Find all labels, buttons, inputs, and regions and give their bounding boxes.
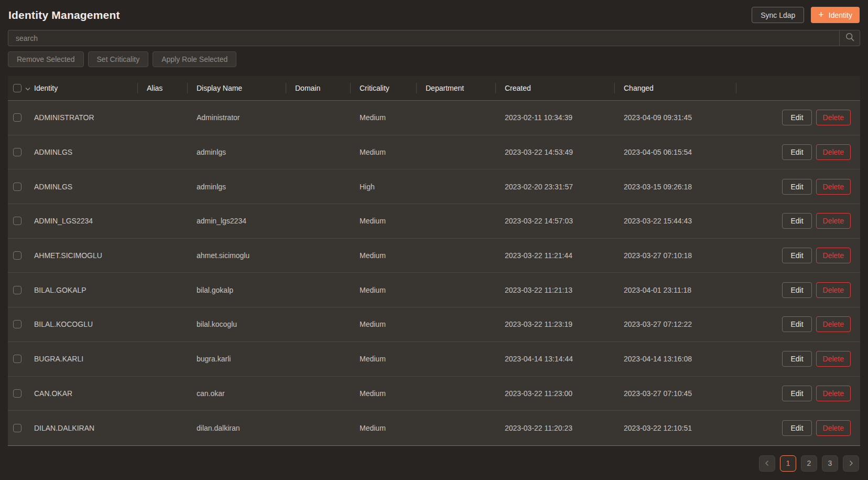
cell-created: 2023-02-20 23:31:57	[495, 183, 614, 191]
edit-button[interactable]: Edit	[782, 110, 811, 125]
cell-criticality: Medium	[350, 251, 416, 260]
table-row: ADMIN_LGS2234 admin_lgs2234 Medium 2023-…	[8, 204, 860, 239]
cell-actions: Edit Delete	[736, 420, 860, 436]
page-button-1[interactable]: 1	[780, 455, 796, 472]
table-body: ADMINISTRATOR Administrator Medium 2023-…	[8, 101, 860, 445]
table-header-row: Identity Alias Display Name Domain Criti…	[8, 76, 860, 101]
edit-button[interactable]: Edit	[782, 282, 811, 298]
cell-identity: ADMIN_LGS2234	[34, 217, 137, 225]
page-button-3[interactable]: 3	[822, 455, 838, 472]
cell-created: 2023-02-11 10:34:39	[495, 113, 614, 122]
edit-button[interactable]: Edit	[782, 386, 811, 401]
column-header-display-name: Display Name	[187, 76, 286, 100]
row-checkbox[interactable]	[13, 320, 21, 328]
row-checkbox[interactable]	[13, 286, 21, 294]
page-button-2[interactable]: 2	[801, 455, 817, 472]
table-row: DILAN.DALKIRAN dilan.dalkiran Medium 202…	[8, 411, 860, 445]
cell-actions: Edit Delete	[736, 316, 860, 332]
previous-page-button[interactable]	[759, 455, 775, 472]
cell-created: 2023-04-14 13:14:44	[495, 355, 614, 363]
cell-created: 2023-03-22 14:53:49	[495, 148, 614, 156]
cell-created: 2023-03-22 11:21:44	[495, 251, 614, 260]
pagination: 1 2 3	[9, 455, 859, 472]
cell-changed: 2023-03-27 07:10:18	[614, 251, 736, 260]
sync-ldap-button[interactable]: Sync Ldap	[752, 7, 804, 23]
apply-role-selected-button[interactable]: Apply Role Selected	[153, 51, 236, 67]
cell-created: 2023-03-22 11:21:13	[495, 286, 614, 294]
search-bar	[8, 30, 860, 46]
row-checkbox[interactable]	[13, 355, 21, 363]
row-checkbox[interactable]	[13, 113, 21, 122]
cell-changed: 2023-03-22 12:10:51	[614, 424, 736, 432]
chevron-down-icon[interactable]	[25, 84, 30, 92]
cell-changed: 2023-03-15 09:26:18	[614, 183, 736, 191]
edit-button[interactable]: Edit	[782, 420, 811, 436]
table-row: AHMET.SICIMOGLU ahmet.sicimoglu Medium 2…	[8, 239, 860, 273]
row-checkbox[interactable]	[13, 183, 21, 191]
row-checkbox-cell	[8, 320, 34, 328]
cell-created: 2023-03-22 11:23:19	[495, 320, 614, 328]
cell-actions: Edit Delete	[736, 282, 860, 298]
edit-button[interactable]: Edit	[782, 316, 811, 332]
cell-criticality: Medium	[350, 148, 416, 156]
search-submit[interactable]	[839, 30, 860, 46]
cell-actions: Edit Delete	[736, 144, 860, 160]
table-row: ADMINLGS adminlgs Medium 2023-03-22 14:5…	[8, 135, 860, 170]
cell-actions: Edit Delete	[736, 386, 860, 401]
edit-button[interactable]: Edit	[782, 248, 811, 263]
select-all-checkbox[interactable]	[13, 84, 21, 92]
delete-button[interactable]: Delete	[816, 282, 851, 298]
row-checkbox[interactable]	[13, 424, 21, 432]
cell-created: 2023-03-22 11:23:00	[495, 389, 614, 398]
cell-display-name: bilal.gokalp	[187, 286, 286, 294]
row-checkbox-cell	[8, 217, 34, 225]
row-checkbox[interactable]	[13, 389, 21, 398]
edit-button[interactable]: Edit	[782, 144, 811, 160]
search-input[interactable]	[8, 30, 860, 46]
cell-criticality: Medium	[350, 217, 416, 225]
delete-button[interactable]: Delete	[816, 316, 851, 332]
row-checkbox[interactable]	[13, 251, 21, 260]
cell-actions: Edit Delete	[736, 248, 860, 263]
delete-button[interactable]: Delete	[816, 420, 851, 436]
select-all-cell	[8, 76, 34, 100]
cell-created: 2023-03-22 14:57:03	[495, 217, 614, 225]
row-checkbox[interactable]	[13, 217, 21, 225]
cell-display-name: bugra.karli	[187, 355, 286, 363]
edit-button[interactable]: Edit	[782, 179, 811, 195]
cell-changed: 2023-03-22 15:44:43	[614, 217, 736, 225]
edit-button[interactable]: Edit	[782, 213, 811, 229]
row-checkbox-cell	[8, 355, 34, 363]
search-icon	[845, 33, 854, 44]
delete-button[interactable]: Delete	[816, 351, 851, 367]
delete-button[interactable]: Delete	[816, 213, 851, 229]
row-checkbox-cell	[8, 148, 34, 156]
row-checkbox[interactable]	[13, 148, 21, 156]
cell-identity: DILAN.DALKIRAN	[34, 424, 137, 432]
delete-button[interactable]: Delete	[816, 386, 851, 401]
cell-changed: 2023-04-01 23:11:18	[614, 286, 736, 294]
delete-button[interactable]: Delete	[816, 110, 851, 125]
table-row: ADMINISTRATOR Administrator Medium 2023-…	[8, 101, 860, 135]
row-checkbox-cell	[8, 113, 34, 122]
row-checkbox-cell	[8, 424, 34, 432]
add-identity-button[interactable]: + Identity	[811, 7, 860, 23]
column-header-created: Created	[495, 76, 614, 100]
table-row: ADMINLGS adminlgs High 2023-02-20 23:31:…	[8, 169, 860, 204]
edit-button[interactable]: Edit	[782, 351, 811, 367]
cell-actions: Edit Delete	[736, 179, 860, 195]
top-bar: Identity Management Sync Ldap + Identity	[0, 0, 868, 30]
delete-button[interactable]: Delete	[816, 179, 851, 195]
delete-button[interactable]: Delete	[816, 144, 851, 160]
cell-display-name: bilal.kocoglu	[187, 320, 286, 328]
set-criticality-button[interactable]: Set Criticality	[88, 51, 149, 67]
cell-display-name: dilan.dalkiran	[187, 424, 286, 432]
remove-selected-button[interactable]: Remove Selected	[8, 51, 84, 67]
next-page-button[interactable]	[843, 455, 859, 472]
cell-changed: 2023-04-14 13:16:08	[614, 355, 736, 363]
cell-identity: BILAL.KOCOGLU	[34, 320, 137, 328]
cell-changed: 2023-04-05 06:15:54	[614, 148, 736, 156]
column-header-criticality: Criticality	[350, 76, 416, 100]
row-checkbox-cell	[8, 251, 34, 260]
delete-button[interactable]: Delete	[816, 248, 851, 263]
